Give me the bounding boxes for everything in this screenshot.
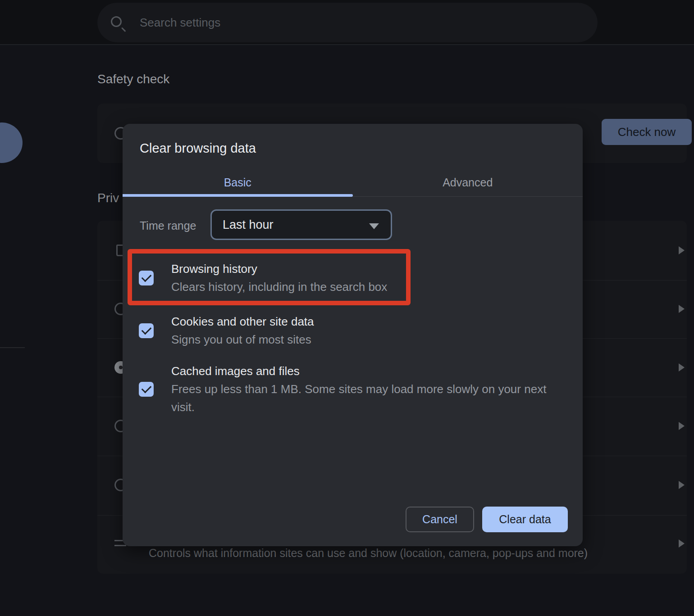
search-input[interactable] xyxy=(140,3,581,42)
cookies-checkbox[interactable] xyxy=(139,323,154,338)
chevron-right-icon xyxy=(679,305,685,313)
highlight-circle xyxy=(0,122,23,163)
option-cached-images[interactable]: Cached images and files Frees up less th… xyxy=(139,362,559,416)
dialog-title: Clear browsing data xyxy=(140,141,256,156)
chevron-right-icon xyxy=(679,422,685,430)
clear-data-button[interactable]: Clear data xyxy=(482,507,568,532)
option-description: Frees up less than 1 MB. Some sites may … xyxy=(171,380,559,416)
option-browsing-history[interactable]: Browsing history Clears history, includi… xyxy=(139,260,559,296)
dialog-buttons: Cancel Clear data xyxy=(406,507,568,532)
chevron-right-icon xyxy=(679,481,685,489)
clear-browsing-data-dialog: Clear browsing data Basic Advanced Time … xyxy=(123,124,583,546)
settings-topbar xyxy=(0,0,694,45)
search-icon xyxy=(111,16,122,27)
tab-basic[interactable]: Basic xyxy=(123,169,353,196)
sidebar-divider xyxy=(0,347,25,348)
safety-check-heading: Safety check xyxy=(97,72,169,86)
time-range-value: Last hour xyxy=(223,218,274,232)
dialog-tabs: Basic Advanced xyxy=(123,169,583,197)
privacy-heading: Priv xyxy=(97,191,124,205)
cancel-button[interactable]: Cancel xyxy=(406,507,474,532)
check-now-button[interactable]: Check now xyxy=(602,119,692,145)
option-label: Cookies and other site data xyxy=(171,313,559,331)
time-range-select[interactable]: Last hour xyxy=(210,209,392,240)
clear-data-options: Browsing history Clears history, includi… xyxy=(139,260,559,416)
search-settings-bar[interactable] xyxy=(97,3,598,42)
tab-advanced[interactable]: Advanced xyxy=(353,169,583,196)
browsing-history-checkbox[interactable] xyxy=(139,271,154,285)
option-label: Browsing history xyxy=(171,260,559,278)
option-description: Clears history, including in the search … xyxy=(171,278,559,296)
chevron-right-icon xyxy=(679,539,685,548)
cached-images-checkbox[interactable] xyxy=(139,382,154,397)
dropdown-arrow-icon xyxy=(369,223,379,229)
option-cookies[interactable]: Cookies and other site data Signs you ou… xyxy=(139,313,559,349)
option-label: Cached images and files xyxy=(171,362,559,380)
active-tab-underline xyxy=(123,194,353,197)
site-settings-caption: Controls what information sites can use … xyxy=(149,547,644,560)
option-description: Signs you out of most sites xyxy=(171,331,559,349)
chevron-right-icon xyxy=(679,246,685,254)
chevron-right-icon xyxy=(679,363,685,371)
time-range-label: Time range xyxy=(140,219,196,232)
